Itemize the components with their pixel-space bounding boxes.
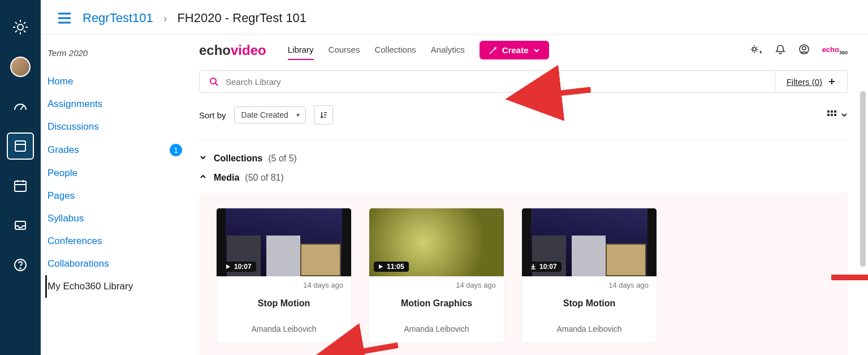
notifications-icon[interactable] xyxy=(775,44,786,57)
svg-point-0 xyxy=(18,24,23,30)
media-group-header[interactable]: Media (50 of 81) xyxy=(199,168,848,187)
media-age: 14 days ago xyxy=(369,276,504,289)
view-toggle[interactable] xyxy=(826,109,848,121)
svg-rect-35 xyxy=(827,114,830,116)
echo-content: echovideo LibraryCoursesCollectionsAnaly… xyxy=(199,35,868,355)
svg-rect-33 xyxy=(831,110,833,113)
chevron-down-icon xyxy=(841,112,848,118)
svg-line-26 xyxy=(215,83,218,85)
svg-rect-12 xyxy=(15,181,26,191)
media-author: Amanda Leibovich xyxy=(377,324,496,333)
echo-tab[interactable]: Analytics xyxy=(431,40,465,60)
global-rail xyxy=(0,0,41,355)
courses-icon[interactable] xyxy=(7,132,34,160)
calendar-icon[interactable] xyxy=(7,172,34,199)
group-count: (50 of 81) xyxy=(245,173,283,183)
svg-line-7 xyxy=(15,31,17,32)
course-nav-label: My Echo360 Library xyxy=(47,281,133,292)
svg-point-24 xyxy=(802,46,806,50)
media-title: Stop Motion xyxy=(530,298,649,309)
plus-icon xyxy=(828,78,836,85)
group-count: (5 of 5) xyxy=(268,153,297,164)
echo360-small-logo: echo360 xyxy=(822,45,848,55)
media-age: 14 days ago xyxy=(522,276,657,289)
sort-select[interactable]: Date Created xyxy=(234,106,306,123)
breadcrumb-current: FH2020 - RegrTest 101 xyxy=(177,11,306,25)
group-name: Media xyxy=(214,173,239,183)
svg-rect-10 xyxy=(15,141,25,151)
hamburger-icon[interactable] xyxy=(57,10,72,26)
nav-badge: 1 xyxy=(170,144,182,156)
course-nav-item[interactable]: People xyxy=(45,162,185,185)
settings-icon[interactable]: ▾ xyxy=(749,44,762,57)
svg-line-8 xyxy=(24,22,25,24)
duration-badge: 11:05 xyxy=(374,262,409,272)
search-icon xyxy=(209,76,219,87)
media-author: Amanda Leibovich xyxy=(224,324,343,333)
account-avatar[interactable] xyxy=(7,53,34,80)
grid-icon xyxy=(826,109,837,121)
course-nav-label: Pages xyxy=(47,190,75,202)
media-card[interactable]: 11:0514 days agoMotion GraphicsAmanda Le… xyxy=(369,208,504,343)
media-cards: 10:0714 days agoStop MotionAmanda Leibov… xyxy=(199,193,848,355)
course-nav-item[interactable]: Home xyxy=(45,70,185,93)
collections-group-header[interactable]: Collections (5 of 5) xyxy=(199,149,848,168)
media-title: Stop Motion xyxy=(224,298,343,309)
media-thumbnail: 10:07 xyxy=(217,208,351,276)
breadcrumb: RegrTest101 › FH2020 - RegrTest 101 xyxy=(41,0,868,35)
dashboard-icon[interactable] xyxy=(7,93,34,120)
breadcrumb-course-link[interactable]: RegrTest101 xyxy=(83,11,153,25)
search-input[interactable] xyxy=(226,77,766,87)
chevron-down-icon xyxy=(533,47,540,54)
help-icon[interactable] xyxy=(7,251,34,279)
svg-rect-36 xyxy=(831,114,833,116)
course-nav-item[interactable]: Syllabus xyxy=(45,207,185,230)
filters-button[interactable]: Filters (0) xyxy=(775,71,847,92)
course-nav-item[interactable]: Conferences xyxy=(45,230,185,253)
echo-tab[interactable]: Library xyxy=(288,40,314,60)
term-label: Term 2020 xyxy=(47,48,185,58)
course-nav-label: Grades xyxy=(47,144,79,156)
svg-point-18 xyxy=(20,268,21,269)
course-nav-item[interactable]: Discussions xyxy=(45,116,185,138)
breadcrumb-separator-icon: › xyxy=(163,12,167,25)
course-nav-label: Collaborations xyxy=(47,258,109,270)
search-bar: Filters (0) xyxy=(199,70,848,93)
create-button[interactable]: Create xyxy=(480,41,549,59)
course-nav-item[interactable]: Collaborations xyxy=(45,253,185,275)
svg-line-5 xyxy=(15,22,17,24)
course-nav-label: Home xyxy=(47,76,73,87)
course-nav-label: Discussions xyxy=(47,121,99,132)
chevron-down-icon xyxy=(199,153,208,164)
course-nav-label: People xyxy=(47,168,77,179)
svg-line-9 xyxy=(20,105,24,110)
course-nav-item[interactable]: Pages xyxy=(45,185,185,207)
course-nav-label: Conferences xyxy=(47,236,102,247)
create-button-label: Create xyxy=(502,45,529,55)
scrollbar[interactable] xyxy=(860,91,866,267)
sort-label: Sort by xyxy=(199,110,226,120)
course-nav-label: Assignments xyxy=(47,99,102,110)
echo-tab[interactable]: Courses xyxy=(329,40,360,60)
echo-tab[interactable]: Collections xyxy=(374,40,416,60)
duration-badge: 10:07 xyxy=(221,262,256,272)
svg-rect-34 xyxy=(834,110,836,113)
svg-point-22 xyxy=(753,48,756,51)
profile-icon[interactable] xyxy=(798,44,810,57)
course-nav-item[interactable]: My Echo360 Library xyxy=(45,275,185,298)
inbox-icon[interactable] xyxy=(7,212,34,239)
media-card[interactable]: 10:0714 days agoStop MotionAmanda Leibov… xyxy=(216,208,352,343)
media-title: Motion Graphics xyxy=(377,298,496,309)
media-thumbnail: 10:07 xyxy=(522,208,657,276)
media-thumbnail: 11:05 xyxy=(369,208,504,276)
course-nav-label: Syllabus xyxy=(47,213,84,224)
course-nav: Term 2020 HomeAssignmentsDiscussionsGrad… xyxy=(41,35,199,355)
echovideo-logo: echovideo xyxy=(199,42,266,58)
canvas-logo-icon[interactable] xyxy=(7,14,34,41)
course-nav-item[interactable]: Grades1 xyxy=(45,138,185,162)
chevron-up-icon xyxy=(199,173,208,183)
sort-direction-button[interactable] xyxy=(314,105,333,125)
course-nav-item[interactable]: Assignments xyxy=(45,93,185,116)
media-author: Amanda Leibovich xyxy=(530,324,649,333)
media-card[interactable]: 10:0714 days agoStop MotionAmanda Leibov… xyxy=(521,208,657,343)
